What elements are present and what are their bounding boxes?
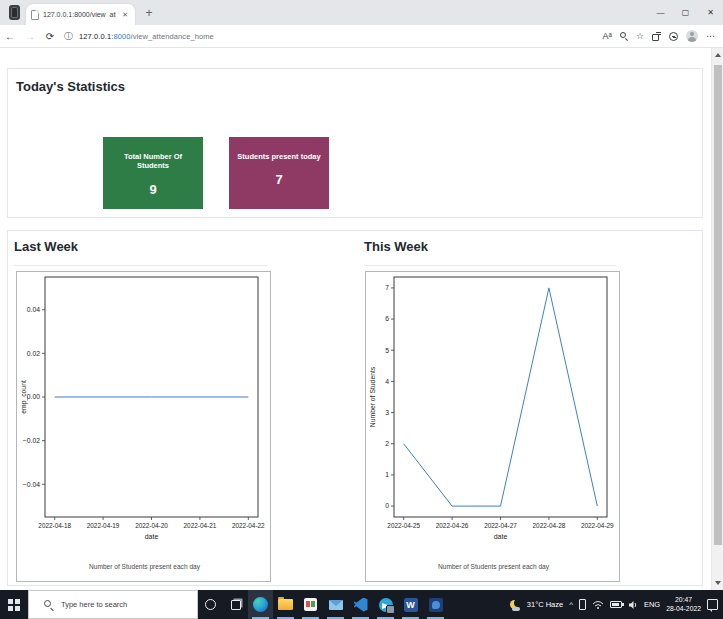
address-bar[interactable]: ⓘ 127.0.0.1:8000/view_attendance_home — [64, 30, 603, 43]
favorites-star-icon[interactable]: ☆ — [636, 32, 644, 41]
url-path: /view_attendance_home — [130, 32, 213, 41]
edge-icon — [253, 597, 268, 612]
last-week-chart-svg: −0.04−0.020.000.020.042022-04-182022-04-… — [17, 272, 272, 583]
svg-text:2022-04-21: 2022-04-21 — [184, 522, 217, 529]
refresh-icon[interactable]: ⟳ — [40, 31, 60, 42]
store-icon — [304, 598, 317, 611]
svg-text:date: date — [145, 533, 159, 540]
svg-text:0.00: 0.00 — [27, 393, 40, 400]
close-button[interactable]: ✕ — [698, 0, 723, 25]
task-view-button[interactable] — [223, 590, 248, 619]
svg-text:date: date — [494, 533, 508, 540]
taskbar-app-photos[interactable] — [423, 590, 448, 619]
present-today-card: Students present today 7 — [229, 137, 329, 209]
this-week-chart-svg: 012345672022-04-252022-04-262022-04-2720… — [366, 272, 621, 583]
this-week-chart: 012345672022-04-252022-04-262022-04-2720… — [365, 271, 620, 582]
scroll-down-icon[interactable] — [712, 576, 723, 590]
taskbar-search-box[interactable]: Type here to search — [28, 590, 198, 619]
search-placeholder: Type here to search — [61, 600, 127, 609]
taskbar-clock[interactable]: 20:47 28-04-2022 — [666, 596, 701, 614]
settings-more-icon[interactable]: ⋯ — [706, 32, 715, 41]
read-aloud-icon[interactable]: Aᵃ — [603, 32, 612, 41]
page-favicon-icon — [31, 10, 39, 20]
minimize-button[interactable]: — — [648, 0, 673, 25]
this-week-title: This Week — [364, 239, 428, 254]
taskbar-app-word[interactable]: W — [398, 590, 423, 619]
svg-text:0.04: 0.04 — [27, 306, 40, 313]
browser-essentials-icon[interactable] — [669, 32, 678, 41]
tab-close-icon[interactable]: ✕ — [120, 10, 130, 20]
svg-text:2: 2 — [385, 440, 389, 447]
cortana-button[interactable] — [198, 590, 223, 619]
page-scrollbar[interactable] — [711, 48, 723, 590]
url-text[interactable]: 127.0.0.1:8000/view_attendance_home — [79, 32, 214, 41]
svg-text:0: 0 — [385, 502, 389, 509]
clock-time: 20:47 — [675, 596, 692, 603]
back-icon[interactable]: ← — [0, 31, 20, 42]
svg-text:2022-04-19: 2022-04-19 — [87, 522, 120, 529]
last-week-divider — [14, 265, 267, 266]
svg-text:1: 1 — [385, 471, 389, 478]
browser-tab[interactable]: 127.0.0.1:8000/view_attendanc ✕ — [26, 4, 135, 25]
browser-toolbar: ← → ⟳ ⓘ 127.0.0.1:8000/view_attendance_h… — [0, 25, 723, 48]
weather-icon[interactable] — [509, 599, 521, 611]
svg-text:2022-04-20: 2022-04-20 — [135, 522, 168, 529]
battery-icon[interactable] — [610, 601, 622, 608]
photos-icon — [429, 598, 443, 612]
maximize-button[interactable]: ▢ — [673, 0, 698, 25]
svg-text:2022-04-28: 2022-04-28 — [533, 522, 566, 529]
start-button[interactable] — [0, 590, 28, 619]
file-explorer-icon — [278, 599, 293, 610]
last-week-chart: −0.04−0.020.000.020.042022-04-182022-04-… — [16, 271, 271, 582]
taskbar-app-vscode[interactable] — [348, 590, 373, 619]
page-content: Today's Statistics Total Number Of Stude… — [0, 48, 723, 590]
system-tray: 31°C Haze ^ ENG 20:47 28-04-2022 — [509, 590, 723, 619]
phone-icon[interactable] — [579, 599, 586, 610]
weekly-charts-section: Last Week −0.04−0.020.000.020.042022-04-… — [7, 230, 703, 586]
svg-text:2022-04-22: 2022-04-22 — [232, 522, 265, 529]
taskbar-app-store[interactable] — [298, 590, 323, 619]
search-icon — [44, 600, 54, 610]
search-in-page-icon[interactable] — [620, 32, 628, 40]
scroll-up-icon[interactable] — [712, 48, 723, 62]
svg-text:−0.04: −0.04 — [23, 481, 40, 488]
language-indicator[interactable]: ENG — [644, 600, 660, 609]
present-today-value: 7 — [229, 172, 329, 187]
profile-avatar[interactable] — [686, 30, 698, 42]
svg-text:2022-04-27: 2022-04-27 — [484, 522, 517, 529]
svg-text:2022-04-18: 2022-04-18 — [38, 522, 71, 529]
site-info-icon[interactable]: ⓘ — [64, 30, 73, 43]
svg-text:emp_count: emp_count — [20, 380, 28, 414]
svg-text:2022-04-25: 2022-04-25 — [387, 522, 420, 529]
windows-taskbar: Type here to search W 31°C Haze ^ — [0, 590, 723, 619]
cortana-icon — [205, 599, 216, 610]
windows-logo-icon — [8, 599, 20, 611]
speaker-icon[interactable] — [628, 600, 638, 610]
total-students-card: Total Number Of Students 9 — [103, 137, 203, 209]
weather-text[interactable]: 31°C Haze — [527, 600, 563, 609]
taskbar-app-telegram[interactable] — [373, 590, 398, 619]
taskbar-app-mail[interactable] — [323, 590, 348, 619]
total-students-label: Total Number Of Students — [103, 137, 203, 171]
browser-window: 127.0.0.1:8000/view_attendanc ✕ + — ▢ ✕ … — [0, 0, 723, 619]
taskbar-app-edge[interactable] — [248, 590, 273, 619]
wifi-icon[interactable] — [592, 600, 604, 610]
tab-actions-menu-icon[interactable] — [9, 5, 20, 20]
total-students-value: 9 — [103, 182, 203, 197]
word-icon: W — [404, 598, 418, 612]
svg-text:Number of Students: Number of Students — [369, 366, 376, 427]
collections-icon[interactable] — [652, 32, 661, 41]
svg-text:3: 3 — [385, 409, 389, 416]
action-center-icon[interactable] — [707, 599, 718, 610]
taskbar-app-file-explorer[interactable] — [273, 590, 298, 619]
svg-text:Number of Students present eac: Number of Students present each day — [438, 563, 550, 571]
scrollbar-thumb[interactable] — [714, 65, 722, 545]
svg-text:6: 6 — [385, 315, 389, 322]
vscode-icon — [354, 598, 368, 612]
new-tab-button[interactable]: + — [142, 6, 156, 20]
forward-icon[interactable]: → — [20, 31, 40, 42]
svg-text:2022-04-29: 2022-04-29 — [581, 522, 614, 529]
svg-text:5: 5 — [385, 347, 389, 354]
tray-expand-icon[interactable]: ^ — [569, 600, 573, 609]
toolbar-icons: Aᵃ ☆ ⋯ — [603, 30, 715, 42]
